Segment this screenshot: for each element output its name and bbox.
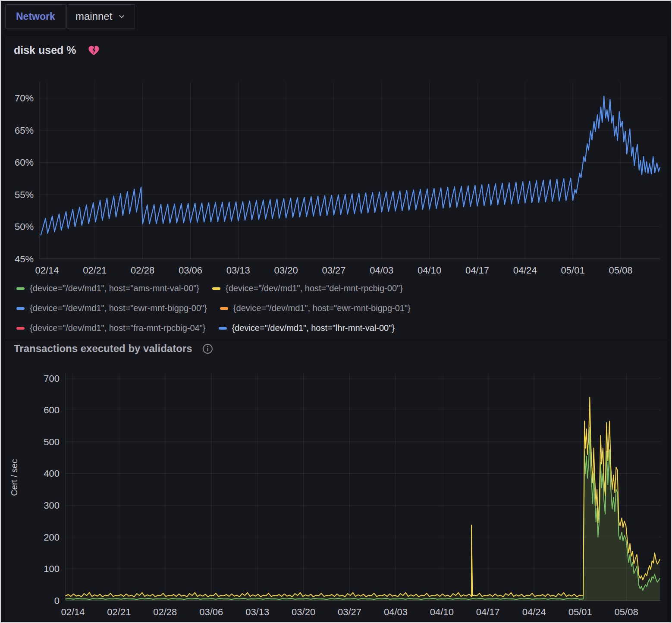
- transactions-panel-title-text: Transactions executed by validators: [14, 343, 192, 355]
- legend-item[interactable]: {device="/dev/md1", host="fra-mnt-rpcbig…: [16, 322, 206, 334]
- legend-swatch: [16, 307, 25, 310]
- legend-label: {device="/dev/md1", host="ewr-mnt-bigpg-…: [233, 303, 411, 313]
- svg-text:04/24: 04/24: [522, 607, 546, 617]
- y-axis-label: Cert / sec: [9, 459, 19, 496]
- svg-text:04/03: 04/03: [384, 607, 408, 617]
- svg-text:02/14: 02/14: [61, 607, 85, 617]
- svg-text:0: 0: [54, 595, 60, 606]
- disk-used-panel-title-text: disk used %: [14, 44, 76, 57]
- svg-text:03/13: 03/13: [245, 607, 269, 617]
- svg-text:500: 500: [44, 437, 60, 447]
- svg-text:03/27: 03/27: [338, 607, 361, 617]
- svg-text:300: 300: [44, 500, 60, 511]
- legend-label: {device="/dev/md1", host="ewr-mnt-bigpg-…: [30, 303, 207, 313]
- legend-swatch: [16, 287, 25, 290]
- legend-label: {device="/dev/md1", host="fra-mnt-rpcbig…: [30, 323, 206, 333]
- svg-text:04/17: 04/17: [476, 607, 500, 617]
- legend-row: {device="/dev/md1", host="fra-mnt-rpcbig…: [16, 322, 411, 334]
- svg-text:200: 200: [44, 532, 60, 543]
- legend: {device="/dev/md1", host="ams-mnt-val-00…: [16, 282, 411, 334]
- svg-text:600: 600: [44, 405, 60, 415]
- svg-text:03/20: 03/20: [292, 607, 315, 617]
- legend-row: {device="/dev/md1", host="ewr-mnt-bigpg-…: [16, 302, 411, 315]
- svg-text:03/06: 03/06: [199, 607, 223, 617]
- svg-text:400: 400: [44, 468, 60, 479]
- legend-item[interactable]: {device="/dev/md1", host="del-mnt-rpcbig…: [212, 282, 403, 295]
- legend-row: {device="/dev/md1", host="ams-mnt-val-00…: [16, 282, 411, 295]
- svg-text:700: 700: [44, 373, 60, 384]
- transactions-panel-title[interactable]: Transactions executed by validators: [14, 343, 214, 355]
- svg-text:100: 100: [44, 563, 60, 574]
- svg-text:02/21: 02/21: [107, 607, 131, 617]
- legend-swatch: [212, 287, 220, 290]
- legend-label: {device="/dev/md1", host="ams-mnt-val-00…: [30, 283, 199, 293]
- legend-label: {device="/dev/md1", host="lhr-mnt-val-00…: [232, 323, 395, 333]
- legend-label: {device="/dev/md1", host="del-mnt-rpcbig…: [226, 283, 403, 293]
- svg-text:05/08: 05/08: [615, 607, 638, 617]
- svg-text:02/28: 02/28: [153, 607, 177, 617]
- legend-swatch: [220, 307, 228, 310]
- legend-item[interactable]: {device="/dev/md1", host="ewr-mnt-bigpg-…: [16, 302, 207, 315]
- svg-text:05/01: 05/01: [568, 607, 592, 617]
- legend-item[interactable]: {device="/dev/md1", host="lhr-mnt-val-00…: [219, 322, 395, 334]
- info-icon[interactable]: [202, 343, 214, 355]
- legend-swatch: [16, 327, 25, 330]
- legend-swatch: [219, 327, 227, 330]
- grafana-dashboard: Network mainnet disk used % Transactions…: [0, 0, 672, 623]
- broken-heart-icon: [88, 44, 100, 56]
- legend-item[interactable]: {device="/dev/md1", host="ewr-mnt-bigpg-…: [220, 302, 411, 315]
- legend-item[interactable]: {device="/dev/md1", host="ams-mnt-val-00…: [16, 282, 199, 295]
- disk-used-panel-title[interactable]: disk used %: [14, 44, 100, 57]
- svg-text:04/10: 04/10: [430, 607, 454, 617]
